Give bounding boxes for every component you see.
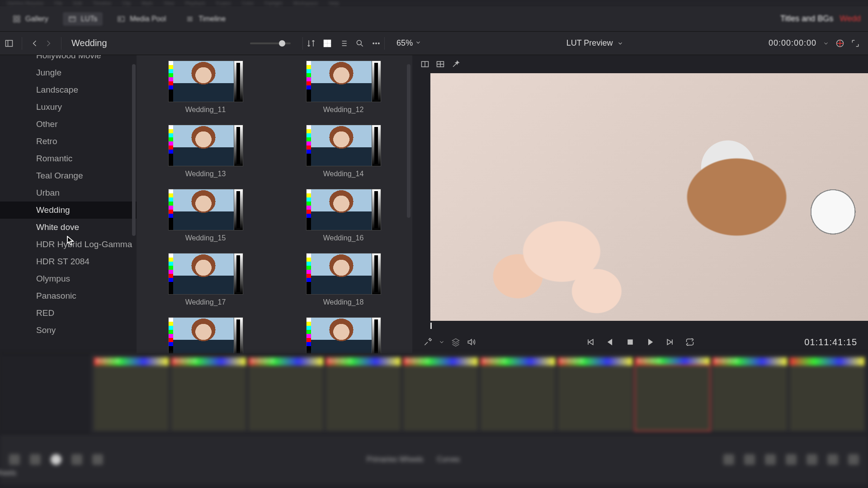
media-pool-button[interactable]: Media Pool — [112, 12, 171, 26]
timeline-clip[interactable]: 00:00:00:00 — [249, 357, 323, 431]
expand-icon[interactable] — [851, 39, 860, 48]
tool-icon[interactable] — [92, 454, 103, 465]
viewer-scrubber[interactable] — [430, 323, 868, 329]
svg-rect-4 — [69, 16, 75, 21]
play-icon[interactable] — [646, 338, 655, 347]
timeline-clip[interactable]: 00:00:00:00 — [635, 357, 710, 431]
tool-icon[interactable] — [51, 454, 61, 465]
lut-thumb[interactable]: Wedding_16 — [288, 189, 399, 242]
lut-thumb[interactable]: Wedding_12 — [288, 61, 399, 114]
sidebar-scrollbar[interactable] — [132, 64, 136, 236]
viewer-timecode-in[interactable]: 00:00:00:00 — [769, 38, 816, 48]
nav-forward-button[interactable] — [44, 39, 53, 48]
split-screen-icon[interactable] — [436, 60, 445, 69]
svg-rect-19 — [628, 340, 632, 344]
go-start-icon[interactable] — [586, 338, 595, 347]
sidebar-toggle-button[interactable] — [0, 39, 18, 48]
stop-icon[interactable] — [626, 338, 635, 347]
clip-timeline[interactable]: 00:00:01:4000:00:00:0000:00:00:0000:00:0… — [0, 353, 868, 435]
zoom-dropdown[interactable]: 65% — [396, 38, 421, 48]
playhead-timecode[interactable]: 01:11:41:15 — [804, 337, 857, 347]
tool-icon[interactable] — [9, 454, 20, 465]
sidebar-item-urban[interactable]: Urban — [0, 184, 137, 202]
magic-wand-icon[interactable] — [451, 60, 460, 69]
sidebar-item-hdr-st-2084[interactable]: HDR ST 2084 — [0, 253, 137, 270]
go-end-icon[interactable] — [665, 338, 675, 347]
timeline-clip[interactable] — [790, 357, 864, 431]
nav-back-button[interactable] — [30, 39, 39, 48]
sidebar-item-other[interactable]: Other — [0, 116, 137, 133]
image-wipe-icon[interactable] — [420, 60, 429, 69]
svg-point-14 — [376, 42, 377, 44]
timeline-clip[interactable]: 00:00:01:40 — [94, 357, 169, 431]
layers-icon[interactable] — [451, 338, 460, 347]
sidebar-item-retro[interactable]: Retro — [0, 133, 137, 150]
sidebar-item-hdr-hybrid-log-gamma[interactable]: HDR Hybrid Log-Gamma — [0, 236, 137, 253]
lut-category-sidebar: Hollywood MovieJungleLandscapeLuxuryOthe… — [0, 55, 137, 353]
lut-thumb[interactable]: Wedding_14 — [288, 125, 399, 178]
gallery-button[interactable]: Gallery — [7, 12, 54, 26]
sidebar-item-wedding[interactable]: Wedding — [0, 202, 137, 219]
tool-icon[interactable] — [723, 454, 734, 465]
grid-view-icon[interactable] — [323, 39, 332, 48]
lut-preview-dropdown[interactable]: LUT Preview — [566, 38, 624, 48]
svg-rect-2 — [14, 19, 16, 22]
thumb-label: Wedding_18 — [323, 298, 364, 306]
tool-icon[interactable] — [807, 454, 817, 465]
lut-thumb[interactable]: Wedding_11 — [150, 61, 261, 114]
sidebar-item-landscape[interactable]: Landscape — [0, 81, 137, 99]
tool-icon[interactable] — [71, 454, 82, 465]
color-tools-bar: Color Wheels Primaries Wheels Curves — [0, 435, 868, 484]
thumb-label: Wedding_13 — [185, 170, 226, 178]
lut-thumb[interactable]: Wedding_17 — [150, 253, 261, 306]
sort-icon[interactable] — [307, 39, 316, 48]
tool-icon[interactable] — [30, 454, 41, 465]
tool-icon[interactable] — [848, 454, 859, 465]
chevron-down-icon[interactable] — [439, 339, 445, 345]
thumb-scrollbar[interactable] — [407, 64, 410, 218]
tool-icon[interactable] — [765, 454, 776, 465]
sidebar-item-luxury[interactable]: Luxury — [0, 99, 137, 116]
sidebar-item-panasonic[interactable]: Panasonic — [0, 287, 137, 305]
sidebar-item-hollywood-movie[interactable]: Hollywood Movie — [0, 55, 137, 64]
speaker-icon[interactable] — [467, 338, 476, 347]
sidebar-item-white-dove[interactable]: White dove — [0, 219, 137, 236]
list-view-icon[interactable] — [339, 39, 348, 48]
lut-thumb[interactable]: Wedding_20 — [288, 317, 399, 353]
sidebar-item-romantic[interactable]: Romantic — [0, 150, 137, 167]
timeline-clip[interactable]: 00:00:00:00 — [712, 357, 787, 431]
panel-label: Primaries Wheels — [367, 455, 423, 464]
sidebar-item-olympus[interactable]: Olympus — [0, 270, 137, 287]
lut-thumb[interactable]: Wedding_19 — [150, 317, 261, 353]
step-back-icon[interactable] — [606, 338, 615, 347]
thumb-size-slider[interactable] — [250, 42, 291, 44]
preview-viewport[interactable] — [430, 73, 868, 321]
loop-icon[interactable] — [685, 338, 694, 347]
sidebar-item-teal-orange[interactable]: Teal Orange — [0, 167, 137, 184]
timeline-button[interactable]: Timeline — [180, 12, 231, 26]
lut-thumb[interactable]: Wedding_15 — [150, 189, 261, 242]
sidebar-item-sony[interactable]: Sony — [0, 322, 137, 339]
timeline-clip[interactable]: 00:00:00:00 — [558, 357, 632, 431]
search-icon[interactable] — [355, 39, 364, 48]
sidebar-item-jungle[interactable]: Jungle — [0, 64, 137, 81]
color-picker-icon[interactable] — [423, 338, 432, 347]
lut-thumb[interactable]: Wedding_18 — [288, 253, 399, 306]
thumb-label: Wedding_16 — [323, 234, 364, 242]
chevron-down-icon[interactable] — [823, 40, 829, 47]
sidebar-item-red[interactable]: RED — [0, 305, 137, 322]
scopes-icon[interactable] — [835, 39, 844, 48]
tool-icon[interactable] — [786, 454, 797, 465]
more-icon[interactable] — [372, 39, 381, 48]
timeline-clip[interactable]: 00:00:02:23 — [481, 357, 555, 431]
lut-thumb[interactable]: Wedding_13 — [150, 125, 261, 178]
tool-icon[interactable] — [744, 454, 755, 465]
luts-button[interactable]: LUTs — [63, 12, 103, 26]
timeline-clip[interactable]: 00:00:00:00 — [171, 357, 246, 431]
chevron-down-icon — [415, 39, 421, 46]
timeline-clip[interactable]: 00:00:02:23 — [403, 357, 478, 431]
timeline-clip[interactable]: 00:00:02:23 — [326, 357, 401, 431]
svg-rect-9 — [328, 40, 331, 43]
tool-icon[interactable] — [827, 454, 838, 465]
timeline-label: Timeline — [198, 15, 226, 23]
